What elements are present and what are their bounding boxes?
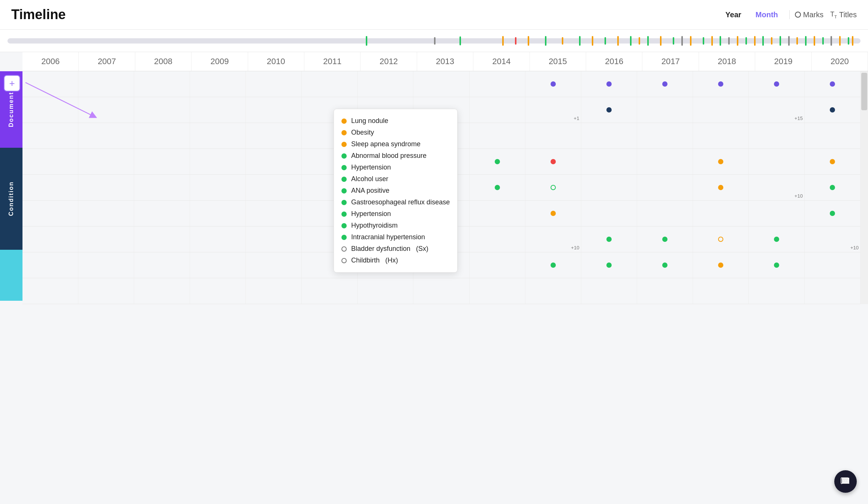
mini-mark-orange-5: [617, 36, 619, 46]
legend-label-4: Hypertension: [351, 164, 391, 171]
mini-mark-green-14: [805, 36, 807, 46]
mini-mark-orange-12: [771, 37, 772, 45]
add-row-button[interactable]: +: [4, 75, 20, 92]
year-2018: 2018: [699, 52, 755, 71]
legend-dot-12: [341, 258, 347, 263]
legend-label-5: Alcohol user: [351, 175, 388, 183]
doc-r2-c11: [581, 97, 637, 123]
doc-r3-c4: [190, 123, 246, 148]
cond-r3-c10: [525, 201, 581, 226]
doc-r1-c6: [302, 71, 358, 97]
mini-mark-green-10: [720, 36, 721, 46]
mini-mark-orange-3: [562, 37, 563, 45]
other-r1-c14: [749, 252, 805, 278]
plus-badge-1: +1: [574, 116, 579, 121]
cond-r3-c3: [134, 201, 190, 226]
cond-r2-c5: [246, 175, 302, 200]
scrollbar[interactable]: [861, 71, 868, 304]
mini-mark-green-7: [647, 36, 649, 46]
legend-dot-6: [341, 188, 347, 194]
doc-r1-c5: [246, 71, 302, 97]
year-view-button[interactable]: Year: [720, 8, 747, 21]
mini-mark-orange-6: [639, 37, 640, 45]
year-2019: 2019: [755, 52, 811, 71]
cond-r1-c9: [470, 149, 525, 174]
doc-r3-c13: [693, 123, 749, 148]
cond-r3-c12: [637, 201, 693, 226]
other-r1-c12: [637, 252, 693, 278]
chat-icon: [840, 476, 851, 487]
doc-r2-c2: [78, 97, 134, 123]
cond-r1-c2: [78, 149, 134, 174]
dot-cond-r3-c10: [551, 211, 556, 216]
year-2017: 2017: [642, 52, 699, 71]
doc-r3-c15: [805, 123, 861, 148]
mini-mark-green-15: [822, 37, 824, 45]
dot-other-r1-c12: [662, 262, 667, 268]
mini-mark-orange-2: [528, 36, 529, 46]
legend-dot-3: [341, 153, 347, 159]
cond-r3-c11: [581, 201, 637, 226]
dot-doc-r1-c10: [551, 81, 556, 87]
scrollbar-thumb[interactable]: [861, 73, 867, 110]
other-r2-c6: [302, 278, 358, 304]
other-r2-c12: [637, 278, 693, 304]
cond-r1-c3: [134, 149, 190, 174]
cond-r3-c4: [190, 201, 246, 226]
year-2009: 2009: [192, 52, 248, 71]
year-2006: 2006: [22, 52, 79, 71]
cond-r1-c4: [190, 149, 246, 174]
mini-mark-orange-14: [814, 36, 815, 46]
cond-r4-c13: [693, 226, 749, 252]
cond-r1-c1: [22, 149, 78, 174]
mini-mark-orange-13: [796, 37, 798, 45]
mini-mark-green-9: [703, 37, 704, 45]
titles-T-icon: TT: [830, 10, 837, 19]
dot-cond-r2-c13: [718, 185, 723, 190]
cond-r1-c14: [749, 149, 805, 174]
mini-mark-orange-4: [592, 36, 593, 46]
mini-mark-gray-3: [728, 37, 730, 45]
legend-dot-5: [341, 177, 347, 182]
doc-r3-c10: [525, 123, 581, 148]
other-r2-c15: [805, 278, 861, 304]
year-2013: 2013: [417, 52, 473, 71]
legend-item-2: Sleep apnea syndrome: [341, 138, 450, 150]
cond-r3-c9: [470, 201, 525, 226]
cond-r4-c4: [190, 226, 246, 252]
legend-dot-0: [341, 118, 347, 124]
year-2008: 2008: [135, 52, 192, 71]
cond-r4-c3: [134, 226, 190, 252]
mini-mark-green-4: [579, 36, 581, 46]
chat-button[interactable]: [834, 470, 857, 493]
mini-timeline[interactable]: [0, 30, 868, 52]
other-r2-c2: [78, 278, 134, 304]
legend-item-6: ANA positive: [341, 185, 450, 196]
mini-mark-green-2: [459, 36, 461, 45]
cond-r3-c14: [749, 201, 805, 226]
titles-control[interactable]: TT Titles: [830, 10, 857, 19]
divider: [789, 10, 790, 19]
dot-doc-r1-c12: [662, 81, 667, 87]
mini-mark-green-1: [366, 36, 367, 46]
doc-r1-c3: [134, 71, 190, 97]
svg-point-2: [845, 480, 846, 482]
legend-item-3: Abnormal blood pressure: [341, 150, 450, 162]
year-labels: 2006 2007 2008 2009 2010 2011 2012 2013 …: [22, 52, 868, 71]
cond-r2-c1: [22, 175, 78, 200]
cond-r4-c11: [581, 226, 637, 252]
dot-doc-r1-c14: [774, 81, 779, 87]
legend-popup: Lung nodule Obesity Sleep apnea syndrome…: [334, 109, 458, 273]
month-view-button[interactable]: Month: [750, 8, 784, 21]
doc-r1-c11: [581, 71, 637, 97]
doc-r2-c13: [693, 97, 749, 123]
marks-control[interactable]: Marks: [795, 10, 823, 19]
doc-r3-c5: [246, 123, 302, 148]
legend-label-12: Childbirth (Hx): [351, 256, 398, 264]
other-r1-c4: [190, 252, 246, 278]
dot-other-r1-c11: [606, 262, 612, 268]
doc-r3-c1: [22, 123, 78, 148]
mini-mark-gray-1: [434, 37, 435, 45]
cond-r1-c15: [805, 149, 861, 174]
mini-mark-orange-9: [711, 36, 713, 46]
